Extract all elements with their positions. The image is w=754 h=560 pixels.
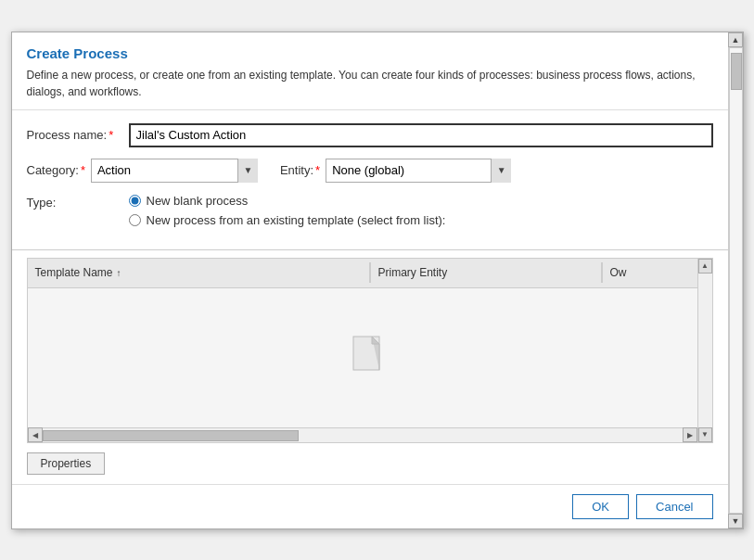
hscroll-track[interactable]	[43, 428, 683, 442]
category-entity-row: Category:* Action Business Process Flow …	[27, 159, 713, 183]
dialog-content: Create Process Define a new process, or …	[12, 32, 728, 528]
category-required-star: *	[81, 163, 85, 177]
template-empty-area	[28, 288, 712, 427]
type-row: Type: New blank process New process from…	[27, 194, 713, 227]
process-name-label: Process name:*	[27, 128, 129, 142]
radio-blank-process[interactable]	[129, 195, 141, 207]
process-name-input[interactable]	[129, 123, 713, 147]
form-area: Process name:* Category:* Action Busines…	[12, 110, 728, 242]
category-group: Category:* Action Business Process Flow …	[27, 159, 258, 183]
cancel-button[interactable]: Cancel	[636, 494, 712, 519]
hscroll-left-arrow[interactable]: ◀	[28, 427, 43, 442]
template-scroll-track	[698, 274, 712, 427]
empty-document-icon	[351, 335, 389, 381]
dialog-description: Define a new process, or create one from…	[27, 67, 713, 100]
hscroll-right-arrow[interactable]: ▶	[683, 427, 697, 442]
category-label: Category:*	[27, 163, 85, 177]
entity-required-star: *	[315, 163, 320, 177]
type-option-blank[interactable]: New blank process	[129, 194, 446, 208]
template-table-body	[28, 288, 712, 427]
category-select-wrapper: Action Business Process Flow Dialog Work…	[91, 159, 258, 183]
create-process-dialog: ▲ ▼ Create Process Define a new process,…	[11, 32, 744, 529]
entity-select[interactable]: None (global) Account Contact Lead	[326, 159, 511, 183]
template-hscroll: ◀ ▶	[28, 427, 697, 442]
radio-template-process[interactable]	[129, 214, 141, 226]
type-option-template[interactable]: New process from an existing template (s…	[129, 213, 446, 227]
template-scroll-up-arrow[interactable]: ▲	[698, 259, 712, 274]
template-table-header: Template Name ↑ Primary Entity Ow	[28, 259, 712, 288]
section-divider	[12, 249, 728, 250]
entity-group: Entity:* None (global) Account Contact L…	[280, 159, 511, 183]
dialog-header: Create Process Define a new process, or …	[12, 32, 728, 110]
sort-arrow-icon: ↑	[117, 268, 121, 278]
col-header-primary-entity[interactable]: Primary Entity	[371, 262, 603, 283]
dialog-scrollbar[interactable]: ▲ ▼	[728, 32, 743, 528]
col-header-template-name[interactable]: Template Name ↑	[28, 262, 371, 283]
col-header-owner[interactable]: Ow	[603, 262, 712, 283]
scroll-up-arrow[interactable]: ▲	[728, 32, 743, 47]
entity-select-wrapper: None (global) Account Contact Lead ▼	[326, 159, 511, 183]
required-star: *	[109, 128, 113, 142]
scroll-thumb	[731, 53, 742, 90]
scroll-track[interactable]	[729, 47, 743, 514]
template-vscroll[interactable]: ▲ ▼	[697, 259, 712, 442]
category-select[interactable]: Action Business Process Flow Dialog Work…	[91, 159, 258, 183]
type-options: New blank process New process from an ex…	[129, 194, 446, 227]
template-list-area: Template Name ↑ Primary Entity Ow	[27, 258, 713, 443]
properties-area: Properties	[12, 443, 728, 484]
entity-label: Entity:*	[280, 163, 320, 177]
type-label: Type:	[27, 194, 129, 210]
dialog-title: Create Process	[27, 45, 713, 61]
properties-button[interactable]: Properties	[27, 452, 106, 475]
process-name-row: Process name:*	[27, 123, 713, 147]
ok-button[interactable]: OK	[572, 494, 629, 519]
dialog-footer: OK Cancel	[12, 484, 728, 528]
scroll-down-arrow[interactable]: ▼	[728, 514, 743, 528]
template-scroll-down-arrow[interactable]: ▼	[698, 427, 712, 442]
hscroll-thumb	[43, 430, 299, 441]
